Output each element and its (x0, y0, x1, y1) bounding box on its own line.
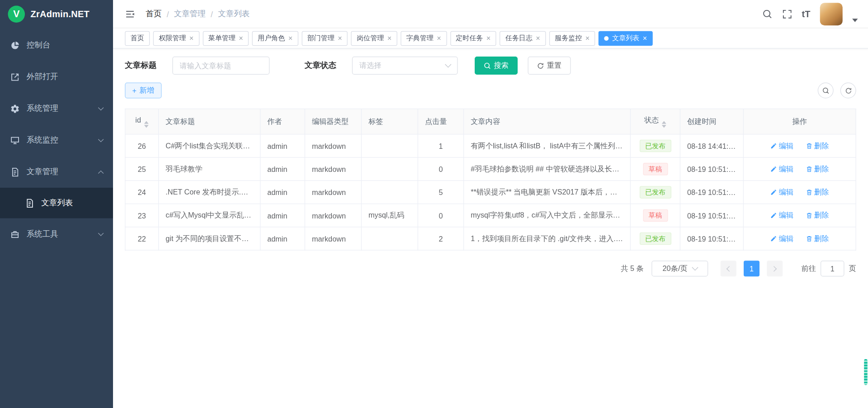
top-header: 首页 / 文章管理 / 文章列表 tT (113, 0, 868, 28)
delete-link[interactable]: 删除 (806, 187, 829, 198)
cell-ops: 编辑 删除 (743, 134, 856, 157)
tab-article-list[interactable]: 文章列表× (599, 31, 652, 46)
font-size-icon[interactable]: tT (802, 9, 811, 19)
cell-tags: mysql,乱码 (361, 204, 418, 227)
close-icon[interactable]: × (189, 34, 193, 42)
breadcrumb-home[interactable]: 首页 (146, 9, 162, 19)
sidebar-item-article-management[interactable]: 文章管理 (0, 156, 113, 188)
cell-editor: markdown (305, 134, 361, 157)
sort-icon[interactable] (144, 121, 148, 128)
tab-department[interactable]: 部门管理× (302, 31, 348, 46)
tab-service-monitor[interactable]: 服务监控× (549, 31, 595, 46)
app-logo[interactable]: V ZrAdmin.NET (0, 0, 113, 28)
fullscreen-icon[interactable] (782, 9, 793, 19)
page-number-current[interactable]: 1 (744, 261, 760, 276)
article-title-label: 文章标题 (125, 61, 172, 71)
scrollbar-thumb[interactable] (864, 359, 868, 385)
active-dot (604, 36, 609, 40)
prev-page-button[interactable] (721, 261, 736, 276)
articles-table: id 文章标题 作者 编辑器类型 标签 点击量 文章内容 状态 创建时间 操作 (125, 109, 856, 251)
tab-dict[interactable]: 字典管理× (401, 31, 447, 46)
search-button[interactable]: 搜索 (475, 57, 518, 75)
sidebar-fold-icon[interactable] (124, 8, 136, 19)
table-toolbar: + 新增 (125, 83, 856, 99)
close-icon[interactable]: × (338, 34, 342, 42)
cell-created: 08-19 10:51:29 (680, 157, 743, 180)
tab-permission[interactable]: 权限管理× (153, 31, 199, 46)
cell-hits: 0 (418, 204, 463, 227)
table-header-row: id 文章标题 作者 编辑器类型 标签 点击量 文章内容 状态 创建时间 操作 (125, 109, 856, 134)
close-icon[interactable]: × (387, 34, 392, 42)
edit-link[interactable]: 编辑 (770, 233, 793, 244)
tab-home[interactable]: 首页 (125, 31, 150, 46)
plus-icon: + (132, 86, 137, 95)
tab-user-role[interactable]: 用户角色× (252, 31, 298, 46)
tab-menu[interactable]: 菜单管理× (203, 31, 249, 46)
cell-title: git 为不同的项目设置不同... (159, 227, 260, 250)
dashboard-icon (10, 40, 20, 50)
goto-page-input[interactable] (821, 261, 844, 276)
cell-content: 有两个list,listA 和listB， listA中有三个属性列为St... (464, 134, 631, 157)
tab-post[interactable]: 岗位管理× (351, 31, 397, 46)
table-row[interactable]: 23 c#写入Mysql中文显示乱码 ... admin markdown my… (125, 204, 856, 227)
delete-link[interactable]: 删除 (806, 210, 829, 221)
sort-icon[interactable] (662, 121, 666, 128)
user-avatar[interactable] (820, 3, 843, 25)
table-row[interactable]: 26 C#两个list集合实现关联，... admin markdown 1 有… (125, 134, 856, 157)
cell-editor: markdown (305, 157, 361, 180)
edit-link[interactable]: 编辑 (770, 141, 793, 151)
table-row[interactable]: 22 git 为不同的项目设置不同... admin markdown 2 1，… (125, 227, 856, 250)
sidebar-item-article-list[interactable]: 文章列表 (0, 188, 113, 218)
cell-hits: 5 (418, 180, 463, 204)
add-button[interactable]: + 新增 (125, 83, 161, 99)
close-icon[interactable]: × (437, 34, 441, 42)
toggle-search-icon[interactable] (818, 83, 834, 99)
chevron-right-icon (771, 266, 777, 271)
sidebar-item-system-management[interactable]: 系统管理 (0, 93, 113, 124)
close-icon[interactable]: × (288, 34, 292, 42)
search-icon[interactable] (762, 9, 773, 19)
next-page-button[interactable] (767, 261, 783, 276)
refresh-icon[interactable] (840, 83, 856, 99)
sidebar-item-system-monitor[interactable]: 系统监控 (0, 124, 113, 156)
sidebar-item-system-tools[interactable]: 系统工具 (0, 218, 113, 250)
cell-tags (361, 157, 418, 180)
col-editor: 编辑器类型 (305, 109, 361, 134)
close-icon[interactable]: × (643, 34, 647, 42)
sidebar-item-label: 文章管理 (27, 167, 58, 177)
table-row[interactable]: 25 羽毛球教学 admin markdown 0 #羽毛球拍参数说明 ## 中… (125, 157, 856, 180)
reset-button[interactable]: 重置 (528, 57, 571, 75)
close-icon[interactable]: × (585, 34, 590, 42)
delete-link[interactable]: 删除 (806, 164, 829, 175)
sidebar-item-dashboard[interactable]: 控制台 (0, 29, 113, 61)
edit-link[interactable]: 编辑 (770, 187, 793, 198)
close-icon[interactable]: × (486, 34, 491, 42)
article-status-select[interactable]: 请选择 (352, 57, 458, 75)
close-icon[interactable]: × (239, 34, 243, 42)
page-size-select[interactable]: 20条/页 (651, 261, 708, 276)
cell-created: 08-19 10:51:22 (680, 227, 743, 250)
tab-scheduled-task[interactable]: 定时任务× (450, 31, 496, 46)
edit-link[interactable]: 编辑 (770, 210, 793, 221)
article-title-input[interactable] (172, 57, 269, 75)
close-icon[interactable]: × (536, 34, 540, 42)
edit-link[interactable]: 编辑 (770, 164, 793, 175)
sidebar-item-external-open[interactable]: 外部打开 (0, 61, 113, 93)
col-status[interactable]: 状态 (630, 109, 680, 134)
chevron-down-icon (692, 264, 698, 270)
sidebar-item-label: 控制台 (27, 40, 51, 51)
col-title: 文章标题 (159, 109, 260, 134)
delete-link[interactable]: 删除 (806, 233, 829, 244)
col-tags: 标签 (361, 109, 418, 134)
monitor-icon (10, 135, 20, 145)
col-id[interactable]: id (125, 109, 159, 134)
cell-content: 1，找到项目所在目录下的 .git/文件夹，进入.git/... (464, 227, 631, 250)
table-row[interactable]: 24 .NET Core 发布时提示.NET... admin markdown… (125, 180, 856, 204)
cell-title: c#写入Mysql中文显示乱码 ... (159, 204, 260, 227)
cell-id: 23 (125, 204, 159, 227)
breadcrumb-article-management[interactable]: 文章管理 (174, 9, 206, 19)
cell-editor: markdown (305, 204, 361, 227)
caret-down-icon[interactable] (852, 19, 858, 22)
delete-link[interactable]: 删除 (806, 141, 829, 151)
tab-task-log[interactable]: 任务日志× (500, 31, 546, 46)
